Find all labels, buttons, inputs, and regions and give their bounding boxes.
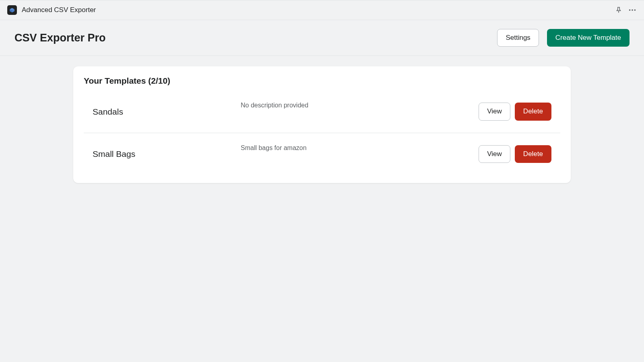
card-header: Your Templates (2/10) xyxy=(73,66,571,90)
app-name: Advanced CSV Exporter xyxy=(22,6,96,14)
page-title: CSV Exporter Pro xyxy=(14,32,106,44)
view-button[interactable]: View xyxy=(479,145,510,163)
svg-point-1 xyxy=(629,9,631,11)
delete-button[interactable]: Delete xyxy=(515,145,551,163)
template-name: Sandals xyxy=(84,107,241,117)
svg-point-3 xyxy=(634,9,636,11)
settings-button[interactable]: Settings xyxy=(497,29,539,47)
app-icon xyxy=(7,5,17,15)
template-name: Small Bags xyxy=(84,149,241,159)
template-row: Sandals No description provided View Del… xyxy=(84,90,560,133)
box-icon xyxy=(9,7,15,13)
top-bar: Advanced CSV Exporter xyxy=(0,0,644,20)
content-wrap: Your Templates (2/10) Sandals No descrip… xyxy=(0,56,644,193)
view-button[interactable]: View xyxy=(479,103,510,120)
card-title: Your Templates (2/10) xyxy=(84,76,560,86)
template-row: Small Bags Small bags for amazon View De… xyxy=(84,133,560,175)
pin-icon[interactable] xyxy=(615,6,622,14)
svg-point-2 xyxy=(632,9,633,11)
more-icon[interactable] xyxy=(628,6,637,14)
template-description: Small bags for amazon xyxy=(241,144,479,152)
template-list: Sandals No description provided View Del… xyxy=(73,90,571,175)
create-template-button[interactable]: Create New Template xyxy=(547,29,630,47)
header-actions: Settings Create New Template xyxy=(497,29,630,47)
template-actions: View Delete xyxy=(479,103,560,120)
templates-card: Your Templates (2/10) Sandals No descrip… xyxy=(73,66,571,183)
top-bar-right xyxy=(615,6,637,14)
template-actions: View Delete xyxy=(479,145,560,163)
template-description: No description provided xyxy=(241,101,479,109)
header-row: CSV Exporter Pro Settings Create New Tem… xyxy=(0,20,644,56)
top-bar-left: Advanced CSV Exporter xyxy=(7,5,96,15)
delete-button[interactable]: Delete xyxy=(515,103,551,120)
